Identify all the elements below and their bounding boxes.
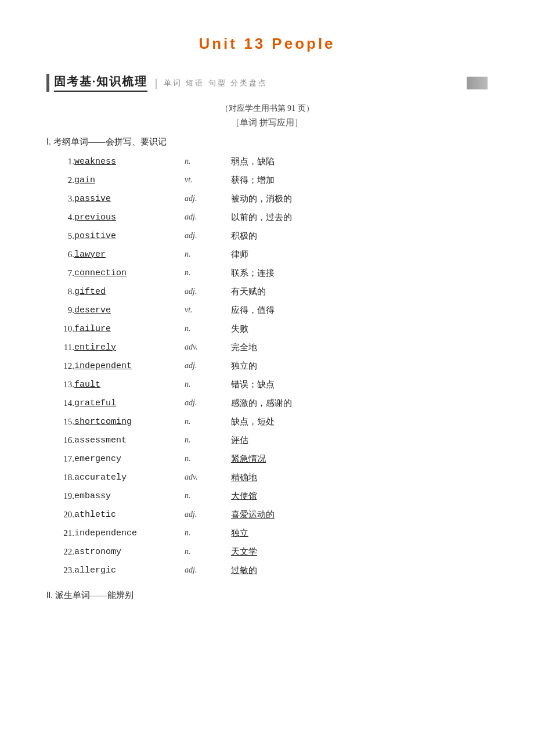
- word-term: previous: [74, 208, 185, 226]
- word-term: astronomy: [74, 542, 185, 561]
- word-number: 15.: [46, 412, 74, 431]
- table-row: 21.independencen.独立: [46, 524, 488, 542]
- word-meaning: 大使馆: [231, 487, 488, 505]
- word-number: 18.: [46, 468, 74, 487]
- word-number: 17.: [46, 449, 74, 468]
- word-number: 1.: [46, 152, 74, 171]
- word-number: 9.: [46, 301, 74, 319]
- word-pos: adj.: [185, 282, 231, 301]
- table-row: 4.previousadj.以前的，过去的: [46, 208, 488, 226]
- roman-section-II: Ⅱ. 派生单词——能辨别: [46, 590, 488, 601]
- subsection-title: ［单词 拼写应用］: [46, 117, 488, 128]
- word-number: 14.: [46, 394, 74, 412]
- word-pos: n.: [185, 542, 231, 561]
- word-meaning: 天文学: [231, 542, 488, 561]
- word-number: 4.: [46, 208, 74, 226]
- word-meaning: 缺点，短处: [231, 412, 488, 431]
- word-meaning: 被动的，消极的: [231, 189, 488, 208]
- word-number: 12.: [46, 357, 74, 375]
- section-header: 固考基·知识梳理 ｜ 单词 短语 句型 分类盘点: [46, 74, 488, 92]
- roman-section-I: Ⅰ. 考纲单词——会拼写、要识记: [46, 136, 488, 147]
- word-pos: vt.: [185, 301, 231, 319]
- word-term: accurately: [74, 468, 185, 487]
- word-pos: adj.: [185, 561, 231, 579]
- table-row: 3.passiveadj.被动的，消极的: [46, 189, 488, 208]
- word-pos: n.: [185, 375, 231, 394]
- word-term: athletic: [74, 505, 185, 524]
- word-term: independence: [74, 524, 185, 542]
- word-pos: vt.: [185, 171, 231, 189]
- table-row: 10.failuren.失败: [46, 319, 488, 338]
- word-number: 23.: [46, 561, 74, 579]
- word-number: 8.: [46, 282, 74, 301]
- word-number: 16.: [46, 431, 74, 449]
- word-term: allergic: [74, 561, 185, 579]
- table-row: 15.shortcomingn.缺点，短处: [46, 412, 488, 431]
- table-row: 23.allergicadj.过敏的: [46, 561, 488, 579]
- word-meaning: 感激的，感谢的: [231, 394, 488, 412]
- word-pos: n.: [185, 245, 231, 264]
- table-row: 14.gratefuladj.感激的，感谢的: [46, 394, 488, 412]
- word-meaning: 弱点，缺陷: [231, 152, 488, 171]
- table-row: 11.entirelyadv.完全地: [46, 338, 488, 357]
- word-number: 20.: [46, 505, 74, 524]
- section-header-sep: ｜: [151, 76, 161, 90]
- word-pos: n.: [185, 449, 231, 468]
- table-row: 7.connectionn.联系；连接: [46, 264, 488, 282]
- word-term: lawyer: [74, 245, 185, 264]
- word-meaning: 获得；增加: [231, 171, 488, 189]
- word-number: 13.: [46, 375, 74, 394]
- word-pos: adj.: [185, 505, 231, 524]
- word-pos: n.: [185, 487, 231, 505]
- word-meaning: 应得，值得: [231, 301, 488, 319]
- word-number: 7.: [46, 264, 74, 282]
- word-meaning: 有天赋的: [231, 282, 488, 301]
- word-meaning: 积极的: [231, 226, 488, 245]
- word-pos: adj.: [185, 357, 231, 375]
- word-number: 19.: [46, 487, 74, 505]
- word-meaning: 联系；连接: [231, 264, 488, 282]
- word-term: weakness: [74, 152, 185, 171]
- table-row: 13.faultn.错误；缺点: [46, 375, 488, 394]
- word-term: emergency: [74, 449, 185, 468]
- word-term: passive: [74, 189, 185, 208]
- word-number: 22.: [46, 542, 74, 561]
- word-pos: adj.: [185, 394, 231, 412]
- word-number: 11.: [46, 338, 74, 357]
- word-number: 6.: [46, 245, 74, 264]
- table-row: 20.athleticadj.喜爱运动的: [46, 505, 488, 524]
- word-pos: n.: [185, 431, 231, 449]
- table-row: 1.weaknessn.弱点，缺陷: [46, 152, 488, 171]
- word-term: failure: [74, 319, 185, 338]
- word-pos: adj.: [185, 208, 231, 226]
- word-term: gain: [74, 171, 185, 189]
- word-pos: adj.: [185, 189, 231, 208]
- word-pos: n.: [185, 319, 231, 338]
- word-term: deserve: [74, 301, 185, 319]
- word-meaning: 过敏的: [231, 561, 488, 579]
- word-number: 21.: [46, 524, 74, 542]
- table-row: 19.embassyn.大使馆: [46, 487, 488, 505]
- word-meaning: 错误；缺点: [231, 375, 488, 394]
- page-title: Unit 13 People: [46, 35, 488, 53]
- word-meaning: 完全地: [231, 338, 488, 357]
- word-number: 3.: [46, 189, 74, 208]
- word-term: embassy: [74, 487, 185, 505]
- table-row: 18.accuratelyadv.精确地: [46, 468, 488, 487]
- word-pos: adv.: [185, 338, 231, 357]
- section-header-subtitle: 单词 短语 句型 分类盘点: [164, 78, 268, 88]
- table-row: 17.emergencyn.紧急情况: [46, 449, 488, 468]
- word-term: assessment: [74, 431, 185, 449]
- word-pos: adj.: [185, 226, 231, 245]
- table-row: 5.positiveadj.积极的: [46, 226, 488, 245]
- word-meaning: 独立的: [231, 357, 488, 375]
- table-row: 22.astronomyn.天文学: [46, 542, 488, 561]
- word-meaning: 失败: [231, 319, 488, 338]
- word-pos: n.: [185, 524, 231, 542]
- table-row: 6.lawyern.律师: [46, 245, 488, 264]
- word-term: positive: [74, 226, 185, 245]
- table-row: 2.gainvt.获得；增加: [46, 171, 488, 189]
- word-number: 2.: [46, 171, 74, 189]
- word-meaning: 精确地: [231, 468, 488, 487]
- word-meaning: 紧急情况: [231, 449, 488, 468]
